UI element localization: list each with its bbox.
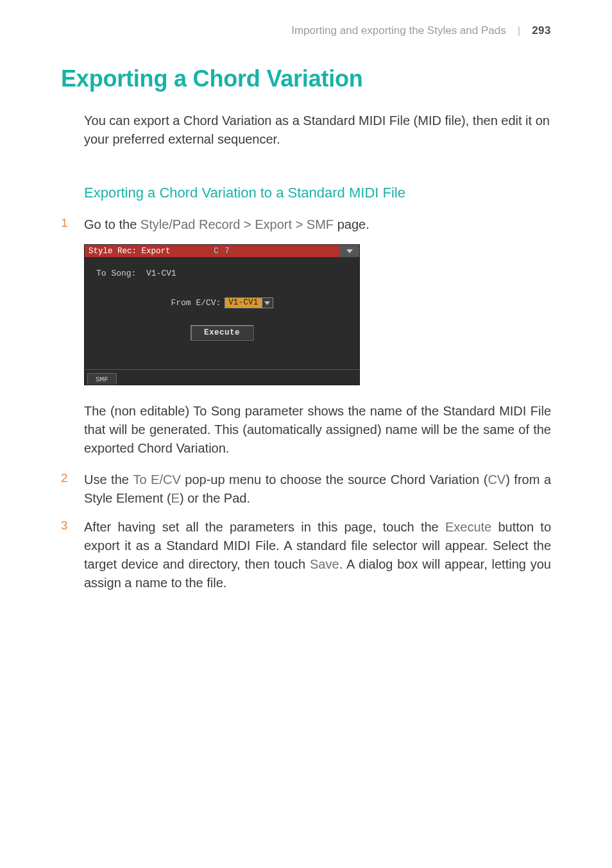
from-ecv-label: From E/CV:	[171, 298, 221, 308]
step-3-body: After having set all the parameters in t…	[84, 518, 551, 592]
intro-paragraph: You can export a Chord Variation as a St…	[84, 112, 551, 149]
step-2-number: 2	[61, 471, 84, 508]
step-2-b: To E/CV	[133, 472, 180, 487]
after-device-a: The (non editable)	[84, 404, 193, 418]
header-divider: |	[518, 24, 520, 37]
step-2-d: CV	[488, 472, 506, 487]
step-3: 3 After having set all the parameters in…	[61, 518, 551, 592]
device-title-center: C 7	[214, 247, 230, 256]
step-3-b: Execute	[445, 520, 491, 534]
device-screenshot: Style Rec: Export C 7 To Song: V1-CV1 Fr…	[84, 244, 360, 385]
after-device-paragraph: The (non editable) To Song parameter sho…	[84, 402, 551, 458]
device-tabbar: SMF	[85, 369, 359, 385]
after-device-b: To Song	[193, 404, 241, 418]
from-ecv-select[interactable]: V1-CV1	[225, 297, 273, 308]
step-2: 2 Use the To E/CV pop-up menu to choose …	[61, 471, 551, 508]
tab-smf[interactable]: SMF	[87, 373, 117, 385]
step-3-number: 3	[61, 518, 84, 592]
chevron-down-icon[interactable]	[262, 298, 273, 308]
step-1-body: Go to the Style/Pad Record > Export > SM…	[84, 215, 370, 234]
step-1: 1 Go to the Style/Pad Record > Export > …	[61, 215, 551, 234]
step-2-g: ) or the Pad.	[180, 491, 250, 505]
menu-icon[interactable]	[340, 245, 359, 257]
to-song-label: To Song:	[96, 269, 146, 278]
execute-button[interactable]: Execute	[191, 325, 253, 340]
page-title: Exporting a Chord Variation	[61, 65, 551, 92]
svg-marker-1	[264, 301, 270, 305]
step-3-d: Save	[310, 557, 339, 571]
to-song-value: V1-CV1	[146, 269, 176, 278]
section-heading: Exporting a Chord Variation to a Standar…	[84, 185, 551, 201]
header-section-title: Importing and exporting the Styles and P…	[291, 24, 506, 37]
step-2-f: E	[171, 491, 180, 505]
step-1-number: 1	[61, 215, 84, 234]
page-number: 293	[532, 24, 551, 37]
from-ecv-row: From E/CV: V1-CV1	[96, 297, 348, 308]
to-song-row: To Song: V1-CV1	[96, 269, 348, 278]
step-1-text-post: page.	[334, 217, 370, 231]
step-1-text-pre: Go to the	[84, 217, 140, 231]
step-3-a: After having set all the parameters in t…	[84, 520, 445, 534]
page-header: Importing and exporting the Styles and P…	[61, 24, 551, 37]
device-title-left: Style Rec: Export	[89, 247, 171, 256]
from-ecv-value: V1-CV1	[225, 298, 261, 308]
step-2-a: Use the	[84, 472, 133, 487]
step-2-body: Use the To E/CV pop-up menu to choose th…	[84, 471, 551, 508]
step-1-path: Style/Pad Record > Export > SMF	[140, 217, 334, 231]
device-titlebar: Style Rec: Export C 7	[85, 245, 359, 257]
svg-marker-0	[346, 249, 353, 253]
step-2-c: pop-up menu to choose the source Chord V…	[181, 472, 488, 487]
